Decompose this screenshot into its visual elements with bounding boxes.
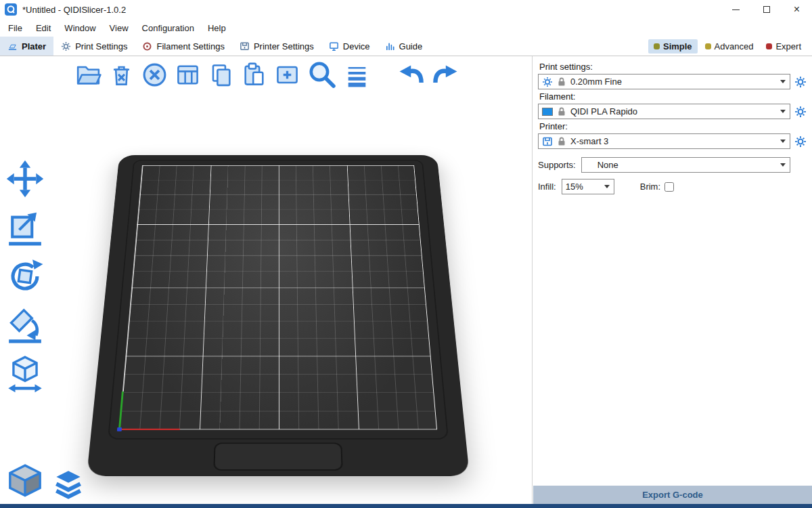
view-switcher bbox=[5, 462, 85, 501]
scale-tool-icon[interactable] bbox=[5, 208, 45, 247]
monitor-icon bbox=[329, 41, 339, 51]
print-settings-row: 0.20mm Fine bbox=[538, 74, 807, 89]
expert-mode-dot-icon bbox=[766, 43, 772, 49]
filament-row: QIDI PLA Rapido bbox=[538, 104, 807, 119]
printer-gear-button[interactable] bbox=[794, 135, 807, 148]
printer-combo[interactable]: X-smart 3 bbox=[538, 133, 790, 149]
move-tool-icon[interactable] bbox=[5, 159, 45, 198]
minimize-button[interactable] bbox=[721, 0, 751, 19]
maximize-button[interactable] bbox=[751, 0, 782, 19]
infill-label: Infill: bbox=[538, 182, 556, 192]
delete-all-icon[interactable] bbox=[141, 61, 168, 89]
mode-simple[interactable]: Simple bbox=[648, 39, 698, 54]
chevron-down-icon bbox=[780, 80, 786, 83]
print-bed-grid bbox=[119, 165, 437, 429]
arrange-icon[interactable] bbox=[174, 61, 202, 89]
window-controls: × bbox=[721, 0, 812, 19]
open-icon[interactable] bbox=[74, 61, 102, 89]
3d-viewport[interactable] bbox=[0, 56, 532, 504]
advanced-mode-dot-icon bbox=[705, 43, 711, 49]
tab-label: Guide bbox=[399, 41, 423, 51]
print-bed bbox=[87, 155, 470, 476]
redo-icon[interactable] bbox=[431, 61, 459, 89]
delete-icon[interactable] bbox=[108, 61, 135, 89]
gear-icon bbox=[61, 41, 71, 51]
supports-row: Supports: None bbox=[538, 157, 807, 173]
minimize-icon bbox=[732, 9, 740, 10]
copy-icon[interactable] bbox=[207, 61, 235, 89]
app-logo-icon bbox=[5, 3, 17, 16]
search-icon[interactable] bbox=[307, 59, 338, 90]
preview-layers-icon[interactable] bbox=[51, 467, 85, 501]
print-settings-gear-button[interactable] bbox=[794, 76, 807, 88]
mode-label: Advanced bbox=[715, 41, 754, 51]
x-axis-indicator bbox=[119, 429, 180, 430]
supports-label: Supports: bbox=[538, 160, 576, 170]
brim-checkbox[interactable] bbox=[664, 182, 674, 192]
simple-mode-dot-icon bbox=[654, 43, 660, 49]
tab-label: Plater bbox=[22, 41, 46, 51]
filament-combo[interactable]: QIDI PLA Rapido bbox=[538, 104, 790, 119]
tab-label: Filament Settings bbox=[156, 41, 224, 51]
main-tab-bar: Plater Print Settings Filament Settings … bbox=[0, 37, 812, 56]
printer-icon bbox=[542, 136, 553, 147]
filament-label: Filament: bbox=[539, 91, 807, 102]
menu-help[interactable]: Help bbox=[201, 20, 233, 36]
paste-icon[interactable] bbox=[240, 61, 268, 89]
menu-file[interactable]: File bbox=[1, 20, 29, 36]
menu-edit[interactable]: Edit bbox=[29, 20, 58, 36]
title-bar: *Untitled - QIDISlicer-1.0.2 × bbox=[0, 0, 812, 19]
close-button[interactable]: × bbox=[782, 0, 812, 19]
print-settings-combo[interactable]: 0.20mm Fine bbox=[538, 74, 790, 89]
origin-indicator bbox=[117, 427, 122, 431]
tab-device[interactable]: Device bbox=[321, 37, 378, 56]
menu-window[interactable]: Window bbox=[58, 20, 102, 36]
tab-label: Printer Settings bbox=[254, 41, 314, 51]
add-instance-icon[interactable] bbox=[273, 61, 301, 89]
undo-icon[interactable] bbox=[398, 61, 426, 89]
tab-print-settings[interactable]: Print Settings bbox=[53, 37, 135, 56]
menu-configuration[interactable]: Configuration bbox=[135, 20, 201, 36]
window-border bbox=[0, 504, 812, 508]
chevron-down-icon bbox=[780, 163, 786, 167]
window-title: *Untitled - QIDISlicer-1.0.2 bbox=[22, 5, 126, 15]
export-gcode-button[interactable]: Export G-code bbox=[533, 486, 812, 504]
menu-bar: File Edit Window View Configuration Help bbox=[0, 19, 812, 37]
gizmo-toolbar bbox=[5, 159, 45, 394]
bars-icon bbox=[385, 41, 395, 51]
tab-guide[interactable]: Guide bbox=[378, 37, 430, 56]
3d-editor-view-icon[interactable] bbox=[5, 462, 45, 501]
supports-combo[interactable]: None bbox=[581, 157, 790, 173]
settings-panel: Print settings: 0.20mm Fine Filament: QI… bbox=[532, 56, 812, 504]
mode-label: Simple bbox=[663, 41, 692, 51]
tab-label: Device bbox=[343, 41, 370, 51]
lock-icon bbox=[556, 106, 567, 117]
variable-layer-height-icon[interactable] bbox=[343, 61, 371, 89]
measure-tool-icon[interactable] bbox=[5, 354, 45, 394]
bed-handle bbox=[213, 443, 342, 471]
filament-value: QIDI PLA Rapido bbox=[570, 106, 777, 117]
filament-gear-button[interactable] bbox=[794, 106, 807, 118]
menu-view[interactable]: View bbox=[103, 20, 135, 36]
infill-value: 15% bbox=[566, 182, 601, 192]
filament-color-swatch bbox=[542, 108, 553, 116]
maximize-icon bbox=[763, 6, 770, 13]
tab-filament-settings[interactable]: Filament Settings bbox=[135, 37, 231, 56]
tab-label: Print Settings bbox=[75, 41, 127, 51]
print-settings-value: 0.20mm Fine bbox=[570, 77, 777, 87]
chevron-down-icon bbox=[780, 110, 786, 113]
mode-expert[interactable]: Expert bbox=[761, 39, 807, 54]
plater-icon bbox=[7, 41, 18, 51]
printer-row: X-smart 3 bbox=[538, 133, 807, 149]
tab-plater[interactable]: Plater bbox=[0, 37, 53, 56]
infill-combo[interactable]: 15% bbox=[562, 179, 614, 194]
gear-icon bbox=[542, 77, 553, 87]
mode-advanced[interactable]: Advanced bbox=[700, 39, 759, 54]
rotate-tool-icon[interactable] bbox=[5, 257, 45, 296]
mode-switcher: Simple Advanced Expert bbox=[648, 37, 812, 56]
infill-brim-row: Infill: 15% Brim: bbox=[538, 179, 807, 194]
tab-printer-settings[interactable]: Printer Settings bbox=[232, 37, 321, 56]
print-settings-label: Print settings: bbox=[539, 62, 807, 72]
place-on-face-tool-icon[interactable] bbox=[5, 305, 45, 345]
printer-icon bbox=[240, 41, 250, 51]
